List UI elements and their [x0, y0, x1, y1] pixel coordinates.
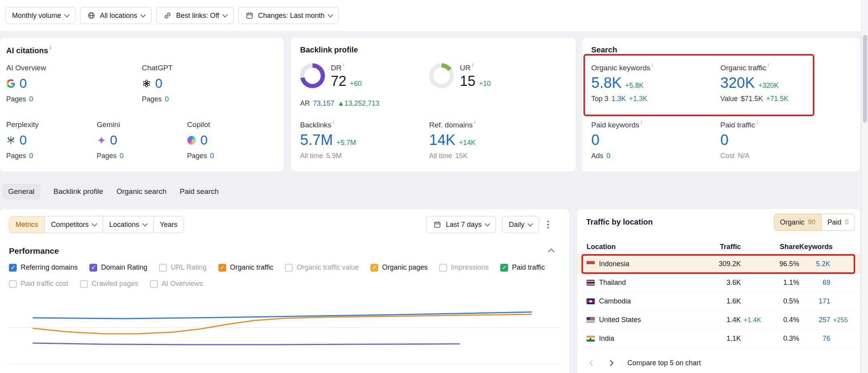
checkbox-box	[89, 264, 97, 272]
gemini-icon	[97, 136, 106, 145]
keywords-link[interactable]: 171	[819, 297, 830, 305]
pages-label: Pages	[6, 95, 26, 103]
changes-filter[interactable]: Changes: Last month	[238, 7, 339, 24]
checkbox-paid-traffic-cost[interactable]: Paid traffic cost	[9, 280, 68, 288]
ai-item-label: AI Overview	[6, 64, 142, 72]
tab-backlink-profile[interactable]: Backlink profile	[54, 184, 103, 199]
granularity-button[interactable]: Daily	[502, 216, 539, 233]
ai-item-copilot: Copilot 0 Pages 0	[187, 120, 278, 160]
backlinks-value-link[interactable]: 5.7M	[300, 132, 333, 149]
pages-count-link[interactable]: 0	[29, 152, 33, 160]
view-segments: Metrics Competitors Locations Years	[9, 216, 184, 233]
next-page-button[interactable]	[604, 358, 617, 368]
checkbox-crawled-pages[interactable]: Crawled pages	[80, 280, 138, 288]
copilot-count[interactable]: 0	[200, 132, 208, 148]
ref-domains-value-link[interactable]: 14K	[429, 132, 456, 149]
checkbox-box	[439, 264, 447, 272]
traffic-value: 1.1K	[727, 335, 741, 342]
ai-citations-row-2: Perplexity 0 Pages 0 Gemini 0 Pages	[6, 120, 278, 160]
organic-traffic-label: Organic traffic	[720, 63, 851, 72]
pages-count-link[interactable]: 0	[165, 95, 169, 103]
pages-count-link[interactable]: 0	[210, 152, 214, 160]
checkbox-domain-rating[interactable]: Domain Rating	[89, 263, 147, 272]
tab-general[interactable]: General	[2, 184, 40, 199]
ai-item-label: Gemini	[97, 120, 187, 129]
prev-page-button[interactable]	[586, 358, 598, 368]
paid-traffic-value-link[interactable]: 0	[720, 132, 728, 149]
compare-top5-link[interactable]: Compare top 5 on chart	[627, 359, 701, 367]
date-range-button[interactable]: Last 7 days	[426, 216, 496, 233]
organic-keywords-value-link[interactable]: 5.8K	[591, 75, 622, 92]
location-row-united-states[interactable]: United States 1.4K+1.4K 0.4% 257+255	[577, 311, 860, 329]
ai-citations-title-text: AI citations	[6, 46, 48, 55]
info-icon	[474, 119, 475, 125]
chatgpt-count[interactable]: 0	[155, 76, 162, 91]
organic-keywords-label-text: Organic keywords	[591, 64, 650, 72]
locations-filter[interactable]: All locations	[80, 7, 152, 24]
checkbox-organic-traffic[interactable]: Organic traffic	[218, 263, 274, 272]
ai-item-label: ChatGPT	[142, 64, 278, 72]
chevron-right-icon	[608, 360, 614, 366]
tab-organic-search[interactable]: Organic search	[116, 184, 166, 199]
vertical-scrollbar[interactable]	[861, 0, 868, 373]
keywords-link[interactable]: 257	[819, 316, 830, 324]
value-delta: +71.5K	[766, 95, 789, 103]
chatgpt-icon	[142, 79, 151, 88]
scrollbar-thumb[interactable]	[863, 35, 867, 122]
monthly-volume-filter[interactable]: Monthly volume	[5, 7, 75, 24]
location-row-thailand[interactable]: Thailand 3.6K 1.1% 69	[577, 274, 860, 292]
keywords-link[interactable]: 76	[823, 335, 830, 342]
paid-toggle[interactable]: Paid 0	[821, 214, 855, 230]
more-options-button[interactable]	[545, 218, 551, 232]
checkbox-box	[9, 264, 17, 272]
checkbox-referring-domains[interactable]: Referring domains	[9, 263, 78, 272]
perplexity-count[interactable]: 0	[19, 132, 27, 148]
checkbox-ai-overviews[interactable]: AI Overviews	[150, 280, 203, 288]
ar-value-link[interactable]: 73,157	[313, 99, 334, 108]
ads-value-link[interactable]: 0	[606, 152, 610, 160]
checkbox-organic-pages[interactable]: Organic pages	[370, 263, 428, 272]
ai-item-perplexity: Perplexity 0 Pages 0	[6, 120, 97, 160]
best-links-filter[interactable]: Best links: Off	[156, 7, 234, 24]
pages-label: Pages	[97, 152, 117, 160]
paid-keywords-value-link[interactable]: 0	[591, 132, 599, 149]
ai-overview-count[interactable]: 0	[19, 76, 27, 91]
chevron-down-icon	[328, 12, 333, 17]
keywords-link[interactable]: 69	[823, 279, 830, 286]
segment-competitors[interactable]: Competitors	[44, 216, 103, 233]
location-name: India	[599, 335, 614, 343]
gemini-count[interactable]: 0	[110, 132, 117, 148]
segment-years[interactable]: Years	[153, 216, 183, 233]
segment-locations[interactable]: Locations	[103, 216, 153, 233]
checkbox-label: AI Overviews	[162, 280, 203, 288]
best-links-filter-label: Best links: Off	[176, 12, 219, 20]
checkbox-url-rating[interactable]: URL Rating	[159, 263, 206, 272]
location-row-india[interactable]: India 1.1K 0.3% 76	[577, 329, 860, 348]
chevron-down-icon	[142, 221, 148, 226]
location-row-cambodia[interactable]: Cambodia 1.6K 0.5% 171	[577, 292, 860, 311]
cambodia-flag-icon	[587, 298, 595, 304]
checkbox-box	[370, 264, 378, 272]
keywords-link[interactable]: 5.2K	[816, 260, 830, 268]
top3-value-link[interactable]: 1.3K	[611, 95, 626, 103]
domain-rating-gauge: DR 72 +60	[300, 62, 429, 89]
share-value: 96.5%	[741, 260, 799, 268]
collapse-chevron-icon[interactable]	[548, 249, 555, 255]
organic-toggle[interactable]: Organic 90	[774, 214, 821, 230]
location-row-indonesia[interactable]: Indonesia 309.2K 96.5% 5.2K	[577, 255, 860, 274]
segment-metrics[interactable]: Metrics	[9, 216, 44, 233]
pages-count-link[interactable]: 0	[29, 95, 33, 103]
india-flag-icon	[587, 336, 595, 342]
pages-count-link[interactable]: 0	[120, 152, 124, 160]
organic-traffic-delta: +320K	[758, 82, 779, 90]
overview-tabs: General Backlink profile Organic search …	[2, 184, 219, 199]
checkbox-impressions[interactable]: Impressions	[439, 263, 489, 272]
metric-checkbox-row-2: Paid traffic cost Crawled pages AI Overv…	[9, 280, 203, 288]
checkbox-paid-traffic[interactable]: Paid traffic	[500, 263, 545, 272]
checkbox-organic-traffic-value[interactable]: Organic traffic value	[285, 263, 359, 272]
organic-traffic-value-link[interactable]: 320K	[720, 75, 755, 92]
chevron-down-icon	[222, 12, 228, 17]
panel-controls: Metrics Competitors Locations Years	[9, 216, 184, 233]
united-states-flag-icon	[587, 317, 595, 323]
tab-paid-search[interactable]: Paid search	[180, 184, 218, 199]
